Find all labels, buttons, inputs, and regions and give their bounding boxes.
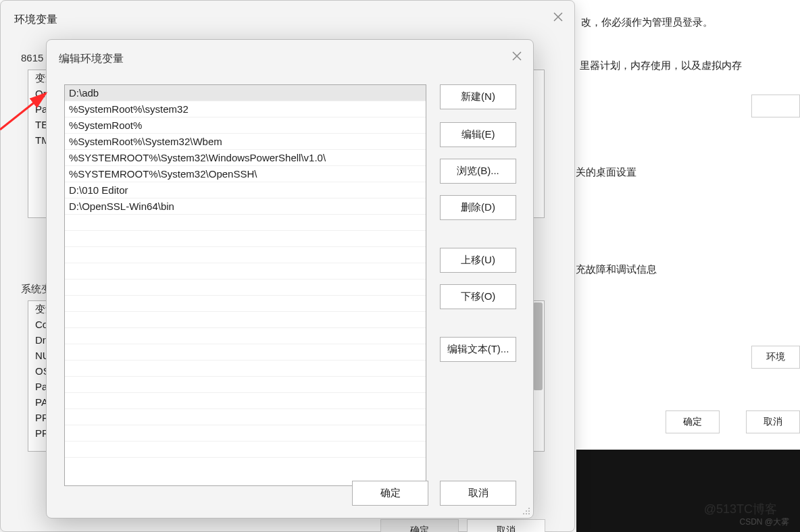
path-list-item-empty[interactable]: [65, 296, 426, 312]
bg-memory-text: 里器计划，内存使用，以及虚拟内存: [580, 59, 742, 72]
path-list-item-empty[interactable]: [65, 442, 426, 458]
path-list-item-empty[interactable]: [65, 328, 426, 344]
path-list-item-empty[interactable]: [65, 393, 426, 409]
path-list-item[interactable]: D:\010 Editor: [65, 182, 426, 198]
bg-debug-text: 充故障和调试信息: [576, 263, 657, 276]
move-down-button[interactable]: 下移(O): [440, 284, 516, 309]
watermark-secondary: @513TC博客: [704, 501, 777, 517]
path-list-item-empty[interactable]: [65, 377, 426, 393]
path-list-item-empty[interactable]: [65, 409, 426, 425]
resize-grip-icon[interactable]: [521, 506, 530, 515]
path-list-item[interactable]: %SYSTEMROOT%\System32\OpenSSH\: [65, 166, 426, 182]
svg-point-1: [526, 510, 527, 512]
path-list-item-empty[interactable]: [65, 280, 426, 296]
svg-point-2: [528, 510, 530, 512]
path-list-item[interactable]: %SystemRoot%\system32: [65, 101, 426, 117]
watermark: CSDN @大雾: [739, 516, 789, 528]
edit-env-variable-dialog: 编辑环境变量 D:\adb%SystemRoot%\system32%Syste…: [46, 39, 534, 518]
scrollbar-thumb[interactable]: [533, 302, 543, 390]
path-list-item[interactable]: %SystemRoot%\System32\Wbem: [65, 134, 426, 150]
new-button[interactable]: 新建(N): [440, 84, 516, 109]
bg-cancel-button[interactable]: 取消: [746, 410, 800, 433]
cancel-button[interactable]: 取消: [440, 481, 516, 506]
edit-dialog-title: 编辑环境变量: [59, 52, 124, 66]
bg-ok-button[interactable]: 确定: [666, 410, 720, 433]
svg-point-0: [528, 508, 530, 509]
bg-env-button[interactable]: 环境: [751, 346, 800, 369]
env-cancel-button[interactable]: 取消: [467, 519, 545, 532]
bg-desktop-text: 关的桌面设置: [576, 166, 636, 179]
path-list-item-empty[interactable]: [65, 361, 426, 377]
path-list-item-empty[interactable]: [65, 231, 426, 247]
close-icon[interactable]: [551, 10, 565, 24]
edit-button[interactable]: 编辑(E): [440, 122, 516, 147]
move-up-button[interactable]: 上移(U): [440, 248, 516, 273]
ok-button[interactable]: 确定: [352, 481, 428, 506]
delete-button[interactable]: 删除(D): [440, 195, 516, 220]
path-list-item-empty[interactable]: [65, 215, 426, 231]
path-list-item-empty[interactable]: [65, 312, 426, 328]
svg-point-4: [526, 513, 527, 514]
path-listbox[interactable]: D:\adb%SystemRoot%\system32%SystemRoot%%…: [64, 84, 426, 486]
path-list-item-empty[interactable]: [65, 425, 426, 442]
path-list-item[interactable]: %SYSTEMROOT%\System32\WindowsPowerShell\…: [65, 150, 426, 166]
env-ok-button[interactable]: 确定: [380, 519, 459, 532]
edit-text-button[interactable]: 编辑文本(T)...: [440, 337, 516, 362]
path-list-item[interactable]: D:\OpenSSL-Win64\bin: [65, 198, 426, 215]
user-vars-label: 8615: [21, 52, 43, 63]
bg-settings-button[interactable]: [751, 95, 800, 117]
path-list-item-empty[interactable]: [65, 247, 426, 263]
env-dialog-title: 环境变量: [14, 13, 57, 27]
browse-button[interactable]: 浏览(B)...: [440, 159, 516, 184]
close-icon[interactable]: [510, 49, 524, 63]
path-list-item-empty[interactable]: [65, 344, 426, 361]
path-list-item[interactable]: %SystemRoot%: [65, 117, 426, 134]
path-list-item-empty[interactable]: [65, 263, 426, 280]
svg-point-5: [528, 513, 530, 514]
path-list-item[interactable]: D:\adb: [65, 85, 426, 101]
svg-point-3: [523, 513, 524, 514]
bg-admin-text: 改，你必须作为管理员登录。: [581, 16, 713, 29]
